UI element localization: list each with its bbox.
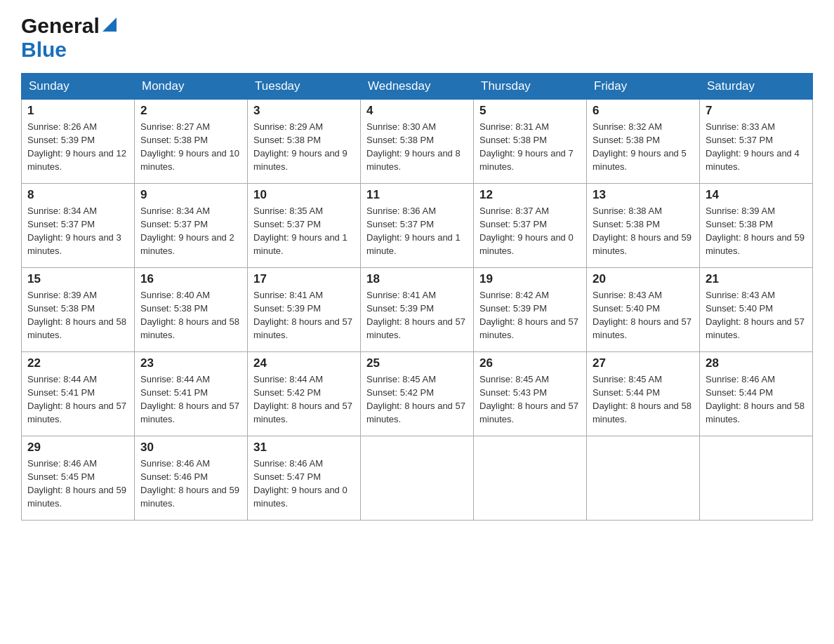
calendar-cell: 10 Sunrise: 8:35 AMSunset: 5:37 PMDaylig…	[248, 184, 361, 268]
calendar-cell: 28 Sunrise: 8:46 AMSunset: 5:44 PMDaylig…	[700, 352, 813, 436]
day-number: 18	[366, 272, 468, 286]
day-number: 24	[253, 356, 355, 370]
calendar-cell: 7 Sunrise: 8:33 AMSunset: 5:37 PMDayligh…	[700, 100, 813, 184]
weekday-header-friday: Friday	[587, 74, 700, 100]
day-info: Sunrise: 8:34 AMSunset: 5:37 PMDaylight:…	[27, 205, 128, 257]
day-number: 31	[253, 441, 355, 455]
calendar-cell: 24 Sunrise: 8:44 AMSunset: 5:42 PMDaylig…	[248, 352, 361, 436]
calendar-cell: 8 Sunrise: 8:34 AMSunset: 5:37 PMDayligh…	[22, 184, 135, 268]
day-number: 3	[253, 104, 355, 118]
calendar-cell: 22 Sunrise: 8:44 AMSunset: 5:41 PMDaylig…	[22, 352, 135, 436]
day-info: Sunrise: 8:39 AMSunset: 5:38 PMDaylight:…	[706, 205, 807, 257]
day-info: Sunrise: 8:41 AMSunset: 5:39 PMDaylight:…	[366, 289, 468, 342]
day-number: 15	[27, 272, 128, 286]
day-info: Sunrise: 8:44 AMSunset: 5:41 PMDaylight:…	[27, 373, 128, 426]
day-number: 28	[706, 356, 807, 370]
calendar-cell: 20 Sunrise: 8:43 AMSunset: 5:40 PMDaylig…	[587, 268, 700, 352]
calendar-cell: 29 Sunrise: 8:46 AMSunset: 5:45 PMDaylig…	[22, 436, 135, 521]
day-info: Sunrise: 8:44 AMSunset: 5:41 PMDaylight:…	[140, 373, 241, 426]
weekday-header-thursday: Thursday	[474, 74, 587, 100]
day-number: 8	[27, 188, 128, 202]
logo-triangle-icon	[102, 18, 117, 32]
day-info: Sunrise: 8:39 AMSunset: 5:38 PMDaylight:…	[27, 289, 128, 342]
week-row-1: 1 Sunrise: 8:26 AMSunset: 5:39 PMDayligh…	[22, 100, 813, 184]
day-info: Sunrise: 8:44 AMSunset: 5:42 PMDaylight:…	[253, 373, 355, 426]
calendar-table: SundayMondayTuesdayWednesdayThursdayFrid…	[21, 73, 813, 521]
day-info: Sunrise: 8:30 AMSunset: 5:38 PMDaylight:…	[366, 121, 468, 173]
day-info: Sunrise: 8:46 AMSunset: 5:45 PMDaylight:…	[27, 457, 128, 510]
day-info: Sunrise: 8:43 AMSunset: 5:40 PMDaylight:…	[593, 289, 694, 342]
calendar-cell: 2 Sunrise: 8:27 AMSunset: 5:38 PMDayligh…	[135, 100, 248, 184]
day-number: 5	[479, 104, 581, 118]
day-info: Sunrise: 8:38 AMSunset: 5:38 PMDaylight:…	[593, 205, 694, 257]
calendar-cell: 11 Sunrise: 8:36 AMSunset: 5:37 PMDaylig…	[361, 184, 474, 268]
day-number: 21	[706, 272, 807, 286]
weekday-header-tuesday: Tuesday	[248, 74, 361, 100]
day-number: 16	[140, 272, 241, 286]
day-info: Sunrise: 8:45 AMSunset: 5:42 PMDaylight:…	[366, 373, 468, 426]
week-row-3: 15 Sunrise: 8:39 AMSunset: 5:38 PMDaylig…	[22, 268, 813, 352]
day-number: 23	[140, 356, 241, 370]
day-number: 17	[253, 272, 355, 286]
day-number: 22	[27, 356, 128, 370]
day-number: 1	[27, 104, 128, 118]
weekday-header-saturday: Saturday	[700, 74, 813, 100]
calendar-cell: 25 Sunrise: 8:45 AMSunset: 5:42 PMDaylig…	[361, 352, 474, 436]
day-info: Sunrise: 8:41 AMSunset: 5:39 PMDaylight:…	[253, 289, 355, 342]
logo-general-text: General	[21, 14, 100, 38]
day-number: 29	[27, 441, 128, 455]
calendar-cell	[361, 436, 474, 521]
calendar-cell: 13 Sunrise: 8:38 AMSunset: 5:38 PMDaylig…	[587, 184, 700, 268]
day-number: 10	[253, 188, 355, 202]
day-info: Sunrise: 8:37 AMSunset: 5:37 PMDaylight:…	[479, 205, 581, 257]
calendar-cell: 23 Sunrise: 8:44 AMSunset: 5:41 PMDaylig…	[135, 352, 248, 436]
day-number: 7	[706, 104, 807, 118]
week-row-4: 22 Sunrise: 8:44 AMSunset: 5:41 PMDaylig…	[22, 352, 813, 436]
day-number: 4	[366, 104, 468, 118]
weekday-header-wednesday: Wednesday	[361, 74, 474, 100]
day-info: Sunrise: 8:46 AMSunset: 5:46 PMDaylight:…	[140, 457, 241, 510]
day-info: Sunrise: 8:43 AMSunset: 5:40 PMDaylight:…	[706, 289, 807, 342]
calendar-cell: 19 Sunrise: 8:42 AMSunset: 5:39 PMDaylig…	[474, 268, 587, 352]
calendar-cell: 31 Sunrise: 8:46 AMSunset: 5:47 PMDaylig…	[248, 436, 361, 521]
calendar-cell: 5 Sunrise: 8:31 AMSunset: 5:38 PMDayligh…	[474, 100, 587, 184]
calendar-cell: 17 Sunrise: 8:41 AMSunset: 5:39 PMDaylig…	[248, 268, 361, 352]
logo: General Blue	[21, 14, 117, 62]
day-info: Sunrise: 8:46 AMSunset: 5:44 PMDaylight:…	[706, 373, 807, 426]
day-info: Sunrise: 8:31 AMSunset: 5:38 PMDaylight:…	[479, 121, 581, 173]
weekday-header-sunday: Sunday	[22, 74, 135, 100]
day-info: Sunrise: 8:46 AMSunset: 5:47 PMDaylight:…	[253, 457, 355, 510]
calendar-cell: 3 Sunrise: 8:29 AMSunset: 5:38 PMDayligh…	[248, 100, 361, 184]
day-info: Sunrise: 8:35 AMSunset: 5:37 PMDaylight:…	[253, 205, 355, 257]
day-info: Sunrise: 8:45 AMSunset: 5:43 PMDaylight:…	[479, 373, 581, 426]
calendar-cell: 15 Sunrise: 8:39 AMSunset: 5:38 PMDaylig…	[22, 268, 135, 352]
calendar-cell: 12 Sunrise: 8:37 AMSunset: 5:37 PMDaylig…	[474, 184, 587, 268]
day-info: Sunrise: 8:33 AMSunset: 5:37 PMDaylight:…	[706, 121, 807, 173]
day-info: Sunrise: 8:26 AMSunset: 5:39 PMDaylight:…	[27, 121, 128, 173]
day-number: 13	[593, 188, 694, 202]
day-info: Sunrise: 8:42 AMSunset: 5:39 PMDaylight:…	[479, 289, 581, 342]
day-number: 6	[593, 104, 694, 118]
calendar-cell: 14 Sunrise: 8:39 AMSunset: 5:38 PMDaylig…	[700, 184, 813, 268]
day-info: Sunrise: 8:45 AMSunset: 5:44 PMDaylight:…	[593, 373, 694, 426]
calendar-cell: 6 Sunrise: 8:32 AMSunset: 5:38 PMDayligh…	[587, 100, 700, 184]
calendar-cell: 16 Sunrise: 8:40 AMSunset: 5:38 PMDaylig…	[135, 268, 248, 352]
calendar-cell: 18 Sunrise: 8:41 AMSunset: 5:39 PMDaylig…	[361, 268, 474, 352]
day-info: Sunrise: 8:27 AMSunset: 5:38 PMDaylight:…	[140, 121, 241, 173]
calendar-cell: 27 Sunrise: 8:45 AMSunset: 5:44 PMDaylig…	[587, 352, 700, 436]
day-number: 30	[140, 441, 241, 455]
day-number: 2	[140, 104, 241, 118]
day-info: Sunrise: 8:40 AMSunset: 5:38 PMDaylight:…	[140, 289, 241, 342]
day-number: 20	[593, 272, 694, 286]
day-number: 19	[479, 272, 581, 286]
calendar-cell	[700, 436, 813, 521]
day-info: Sunrise: 8:34 AMSunset: 5:37 PMDaylight:…	[140, 205, 241, 257]
week-row-5: 29 Sunrise: 8:46 AMSunset: 5:45 PMDaylig…	[22, 436, 813, 521]
calendar-cell: 21 Sunrise: 8:43 AMSunset: 5:40 PMDaylig…	[700, 268, 813, 352]
day-info: Sunrise: 8:32 AMSunset: 5:38 PMDaylight:…	[593, 121, 694, 173]
weekday-header-monday: Monday	[135, 74, 248, 100]
day-number: 11	[366, 188, 468, 202]
logo-blue-text: Blue	[21, 38, 67, 61]
day-number: 25	[366, 356, 468, 370]
page-header: General Blue	[21, 14, 813, 62]
